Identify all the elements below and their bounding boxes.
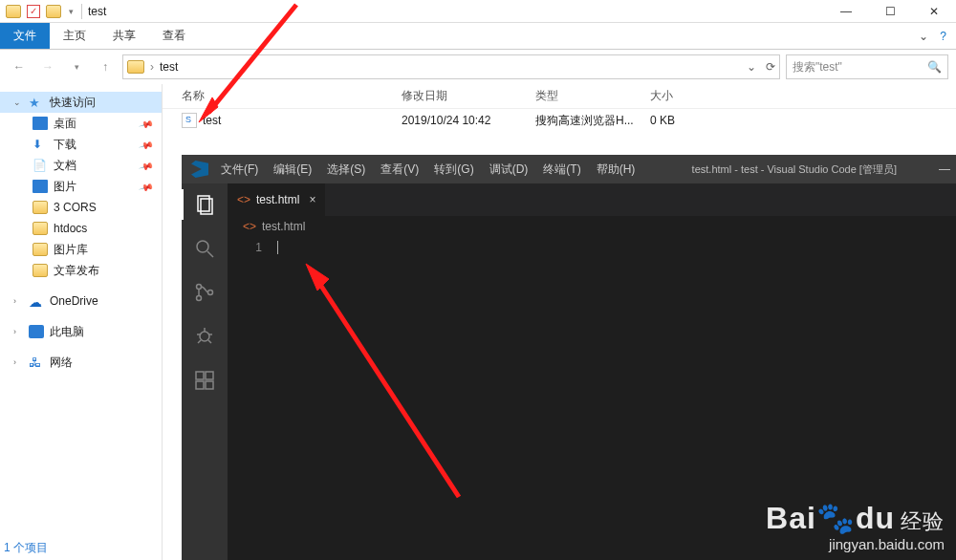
sidebar-label: 文章发布 — [54, 263, 99, 279]
sidebar-network[interactable]: › 🖧 网络 — [0, 352, 162, 373]
pin-icon: 📌 — [139, 116, 154, 131]
menu-help[interactable]: 帮助(H) — [590, 158, 642, 182]
chevron-down-icon[interactable]: ▾ — [67, 7, 76, 16]
menu-edit[interactable]: 编辑(E) — [267, 158, 318, 182]
expander-icon[interactable]: › — [13, 296, 23, 306]
ribbon-view-tab[interactable]: 查看 — [149, 23, 199, 49]
folder-icon — [127, 60, 144, 74]
column-header-size[interactable]: 大小 — [650, 88, 727, 104]
ribbon-share-tab[interactable]: 共享 — [99, 23, 149, 49]
sidebar-folder[interactable]: 3 CORS — [0, 197, 162, 218]
minimize-button[interactable]: — — [824, 0, 868, 23]
editor-tab[interactable]: <> test.html × — [228, 183, 326, 216]
sidebar-onedrive[interactable]: › ☁ OneDrive — [0, 291, 162, 312]
search-input[interactable]: 搜索"test" 🔍 — [786, 54, 948, 79]
vscode-window: 文件(F) 编辑(E) 选择(S) 查看(V) 转到(G) 调试(D) 终端(T… — [182, 155, 956, 560]
checkbox-icon[interactable]: ✓ — [27, 5, 40, 18]
source-control-icon[interactable] — [191, 279, 218, 306]
close-button[interactable]: ✕ — [912, 0, 956, 23]
svg-point-6 — [208, 291, 213, 295]
sidebar-folder[interactable]: 文章发布 — [0, 260, 162, 281]
sidebar-downloads[interactable]: ⬇ 下载 📌 — [0, 134, 162, 155]
sidebar-label: 下载 — [54, 137, 76, 153]
activity-bar — [182, 183, 228, 560]
sidebar-pictures[interactable]: 图片 📌 — [0, 176, 162, 197]
menu-terminal[interactable]: 终端(T) — [536, 158, 587, 182]
debug-icon[interactable] — [191, 323, 218, 350]
tab-label: test.html — [256, 193, 299, 206]
column-header-type[interactable]: 类型 — [535, 88, 650, 104]
ribbon-file-tab[interactable]: 文件 — [0, 23, 50, 49]
nav-back-button[interactable]: ← — [8, 55, 31, 78]
vscode-window-title: test.html - test - Visual Studio Code [管… — [692, 162, 897, 177]
help-icon[interactable]: ? — [940, 30, 946, 43]
menu-view[interactable]: 查看(V) — [374, 158, 425, 182]
svg-rect-16 — [206, 372, 213, 379]
maximize-button[interactable]: ☐ — [868, 0, 912, 23]
search-icon[interactable] — [191, 235, 218, 262]
breadcrumb-label: test.html — [262, 220, 305, 233]
refresh-icon[interactable]: ⟳ — [766, 60, 775, 74]
address-bar[interactable]: › test ⌄ ⟳ — [122, 54, 780, 79]
folder-icon — [33, 264, 48, 277]
vscode-titlebar[interactable]: 文件(F) 编辑(E) 选择(S) 查看(V) 转到(G) 调试(D) 终端(T… — [182, 155, 956, 183]
tab-close-icon[interactable]: × — [305, 193, 315, 206]
pin-icon: 📌 — [139, 158, 154, 173]
ribbon-home-tab[interactable]: 主页 — [50, 23, 99, 49]
sidebar-label: OneDrive — [50, 294, 98, 308]
menu-debug[interactable]: 调试(D) — [483, 158, 535, 182]
column-header-date[interactable]: 修改日期 — [402, 88, 535, 104]
cloud-icon: ☁ — [29, 294, 44, 308]
sidebar-folder[interactable]: 图片库 — [0, 239, 162, 260]
window-title: test — [88, 5, 106, 18]
explorer-icon[interactable] — [191, 191, 218, 218]
column-header-name[interactable]: 名称 — [182, 88, 402, 104]
nav-up-button[interactable]: ↑ — [94, 55, 117, 78]
text-cursor — [277, 241, 278, 254]
svg-point-7 — [200, 332, 209, 341]
svg-rect-14 — [196, 381, 204, 389]
nav-forward-button[interactable]: → — [36, 55, 59, 78]
code-icon: <> — [237, 193, 250, 206]
folder-icon — [33, 201, 48, 214]
expander-icon[interactable]: › — [13, 357, 23, 367]
menu-go[interactable]: 转到(G) — [427, 158, 480, 182]
expander-icon[interactable]: ⌄ — [13, 97, 23, 107]
desktop-icon — [33, 117, 48, 130]
vscode-menu: 文件(F) 编辑(E) 选择(S) 查看(V) 转到(G) 调试(D) 终端(T… — [214, 158, 641, 182]
sidebar-label: htdocs — [54, 222, 87, 235]
line-number: 1 — [228, 241, 262, 254]
vscode-minimize-button[interactable]: — — [939, 162, 956, 176]
address-dropdown-icon[interactable]: ⌄ — [747, 60, 756, 74]
search-placeholder: 搜索"test" — [793, 59, 842, 75]
sidebar-documents[interactable]: 📄 文档 📌 — [0, 155, 162, 176]
vscode-icon — [191, 161, 208, 178]
expander-icon[interactable]: › — [13, 327, 23, 336]
extensions-icon[interactable] — [191, 367, 218, 394]
svg-point-5 — [197, 296, 202, 301]
sidebar-label: 快速访问 — [50, 95, 96, 111]
menu-file[interactable]: 文件(F) — [214, 158, 265, 182]
status-bar: 1 个项目 — [4, 540, 48, 556]
sidebar-label: 此电脑 — [50, 324, 84, 340]
ribbon-expand-icon[interactable]: ⌄ — [919, 30, 928, 43]
sidebar-this-pc[interactable]: › 此电脑 — [0, 321, 162, 342]
editor-breadcrumb[interactable]: <> test.html — [228, 216, 956, 237]
menu-selection[interactable]: 选择(S) — [320, 158, 372, 182]
sidebar-desktop[interactable]: 桌面 📌 — [0, 113, 162, 134]
svg-rect-13 — [196, 372, 204, 379]
svg-line-3 — [207, 251, 213, 257]
network-icon: 🖧 — [29, 355, 44, 369]
editor-body[interactable]: 1 — [228, 237, 956, 560]
nav-recent-button[interactable]: ▾ — [65, 55, 88, 78]
breadcrumb[interactable]: test — [160, 60, 178, 74]
sidebar-folder[interactable]: htdocs — [0, 218, 162, 239]
nav-sidebar: ⌄ ★ 快速访问 桌面 📌 ⬇ 下载 📌 📄 文档 📌 图片 — [0, 84, 163, 560]
search-icon[interactable]: 🔍 — [927, 60, 942, 74]
code-area[interactable] — [275, 237, 956, 560]
file-row[interactable]: test 2019/10/24 10:42 搜狗高速浏览器H... 0 KB — [163, 109, 956, 132]
sidebar-quick-access[interactable]: ⌄ ★ 快速访问 — [0, 92, 162, 113]
file-size: 0 KB — [650, 114, 727, 127]
folder-icon[interactable] — [46, 5, 61, 18]
pictures-icon — [33, 180, 48, 193]
